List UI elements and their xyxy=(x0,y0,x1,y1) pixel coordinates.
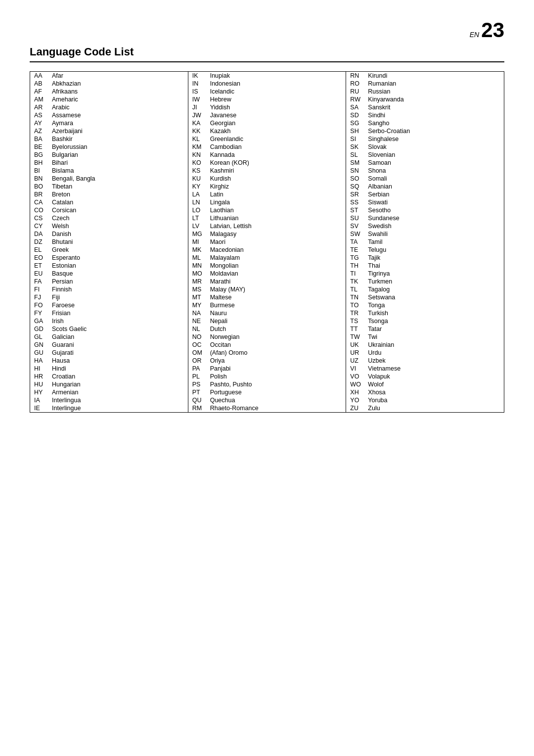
table-row: LNLingala xyxy=(188,198,346,206)
language-code: SD xyxy=(350,112,368,119)
table-row: PAPanjabi xyxy=(188,365,346,373)
language-name: Laothian xyxy=(210,207,234,214)
language-code: OR xyxy=(192,357,210,364)
table-row: RNKirundi xyxy=(346,72,504,80)
table-row: ETEstonian xyxy=(30,262,188,270)
language-code: IW xyxy=(192,96,210,103)
table-row: COCorsican xyxy=(30,206,188,214)
table-row: BNBengali, Bangla xyxy=(30,175,188,183)
language-name: Welsh xyxy=(52,223,69,230)
language-code: UZ xyxy=(350,357,368,364)
language-code: GD xyxy=(34,326,52,332)
language-code: KO xyxy=(192,159,210,166)
table-row: STSesotho xyxy=(346,206,504,214)
table-row: PLPolish xyxy=(188,373,346,380)
language-code: HI xyxy=(34,365,52,372)
table-row: BGBulgarian xyxy=(30,151,188,159)
language-code: OM xyxy=(192,349,210,356)
language-code: CS xyxy=(34,215,52,222)
language-code: SN xyxy=(350,167,368,174)
table-row: VIVietnamese xyxy=(346,365,504,373)
language-code: KS xyxy=(192,167,210,174)
language-code: TK xyxy=(350,278,368,285)
language-code: PL xyxy=(192,373,210,380)
language-code: ST xyxy=(350,207,368,214)
table-row: URUrdu xyxy=(346,349,504,357)
language-name: Interlingue xyxy=(52,405,81,412)
language-code: RO xyxy=(350,80,368,87)
language-code: SI xyxy=(350,136,368,142)
language-name: Samoan xyxy=(368,159,391,166)
language-code: DA xyxy=(34,231,52,237)
language-code: TW xyxy=(350,333,368,340)
language-name: Nepali xyxy=(210,318,227,325)
language-name: Finnish xyxy=(52,286,72,293)
table-row: HUHungarian xyxy=(30,380,188,388)
language-code: GN xyxy=(34,341,52,348)
table-row: LOLaothian xyxy=(188,206,346,214)
language-name: Czech xyxy=(52,215,69,222)
language-name: Marathi xyxy=(210,278,231,285)
table-row: GUGujarati xyxy=(30,349,188,357)
table-row: PTPortuguese xyxy=(188,388,346,396)
language-name: Galician xyxy=(52,333,74,340)
language-code: MN xyxy=(192,262,210,269)
en-label: EN xyxy=(470,31,479,39)
language-name: Shona xyxy=(368,167,386,174)
table-row: VOVolapuk xyxy=(346,373,504,380)
language-name: Tatar xyxy=(368,326,382,332)
table-row: GAIrish xyxy=(30,317,188,325)
language-code: FO xyxy=(34,302,52,309)
language-name: Faroese xyxy=(52,302,75,309)
language-code: NL xyxy=(192,326,210,332)
language-code: SH xyxy=(350,128,368,135)
language-code: OC xyxy=(192,341,210,348)
language-code: RN xyxy=(350,72,368,79)
language-code: CY xyxy=(34,223,52,230)
language-name: Occitan xyxy=(210,341,231,348)
language-code: AA xyxy=(34,72,52,79)
table-row: ABAbkhazian xyxy=(30,80,188,88)
language-code: BR xyxy=(34,191,52,198)
language-name: Rumanian xyxy=(368,80,396,87)
language-code: TR xyxy=(350,310,368,317)
language-code: SG xyxy=(350,120,368,127)
language-name: Panjabi xyxy=(210,365,231,372)
table-row: ZUZulu xyxy=(346,404,504,412)
language-code: TI xyxy=(350,270,368,277)
language-name: Byelorussian xyxy=(52,143,88,150)
language-name: Russian xyxy=(368,88,390,95)
language-name: Telugu xyxy=(368,246,386,253)
language-name: Serbian xyxy=(368,191,389,198)
language-code: SM xyxy=(350,159,368,166)
language-code: BI xyxy=(34,167,52,174)
language-code: BH xyxy=(34,159,52,166)
language-name: Kazakh xyxy=(210,128,231,135)
page-number: 23 xyxy=(481,18,504,42)
table-row: SOSomali xyxy=(346,175,504,183)
language-name: Yoruba xyxy=(368,397,387,404)
table-row: ELGreek xyxy=(30,246,188,254)
language-code: KN xyxy=(192,151,210,158)
table-row: ARArabic xyxy=(30,103,188,111)
language-column-3: RNKirundiRORumanianRURussianRWKinyarwand… xyxy=(346,72,504,412)
table-row: FAPersian xyxy=(30,278,188,285)
language-name: Maltese xyxy=(210,294,232,301)
language-name: Ukrainian xyxy=(368,341,394,348)
table-row: SKSlovak xyxy=(346,143,504,151)
language-name: Hungarian xyxy=(52,381,81,388)
language-name: Hindi xyxy=(52,365,66,372)
table-row: THThai xyxy=(346,262,504,270)
language-name: Twi xyxy=(368,333,377,340)
table-row: TNSetswana xyxy=(346,293,504,301)
table-row: LVLatvian, Lettish xyxy=(188,222,346,230)
language-name: Latin xyxy=(210,191,223,198)
language-code: PA xyxy=(192,365,210,372)
language-name: Norwegian xyxy=(210,333,240,340)
language-code: TE xyxy=(350,246,368,253)
language-name: Corsican xyxy=(52,207,76,214)
table-row: UKUkrainian xyxy=(346,341,504,349)
table-row: SQAlbanian xyxy=(346,183,504,190)
language-code: AS xyxy=(34,112,52,119)
language-name: Tibetan xyxy=(52,183,72,190)
